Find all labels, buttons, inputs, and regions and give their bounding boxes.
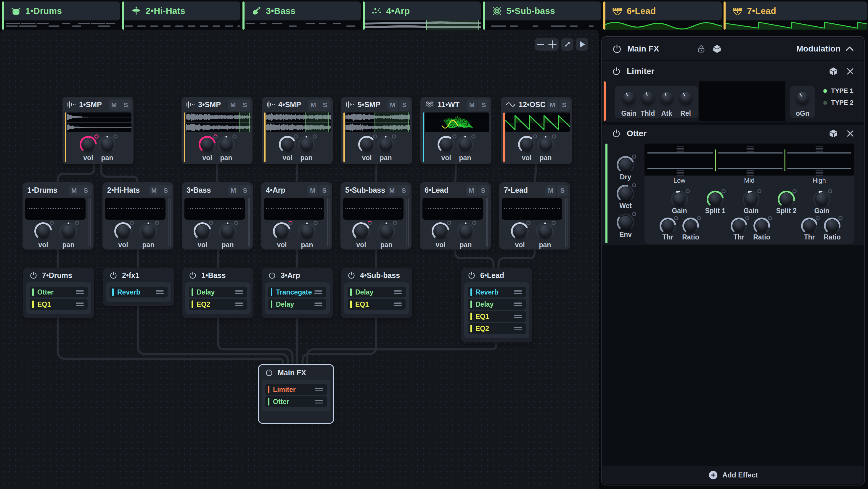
otter-thr-knob-1[interactable] (659, 217, 677, 235)
tab-header[interactable]: 6•Lead (606, 1, 722, 21)
otter-dry-knob[interactable] (616, 155, 635, 175)
drag-handle-icon[interactable] (394, 291, 402, 294)
effect-row-reverb[interactable]: Reverb (468, 287, 526, 298)
mute-button[interactable]: M (149, 185, 160, 196)
mute-button[interactable]: M (228, 185, 240, 196)
close-icon[interactable] (846, 67, 855, 76)
drag-handle-icon[interactable] (394, 303, 402, 306)
mute-button[interactable]: M (69, 185, 80, 196)
drag-handle-icon[interactable] (314, 291, 322, 294)
track-tab-5[interactable]: 5•Sub-bass (483, 1, 601, 30)
effect-row-delay[interactable]: Delay (347, 287, 406, 298)
channel-node-2-Hi-Hats[interactable]: 2•Hi-HatsMSvolpan (102, 182, 174, 249)
effect-row-delay[interactable]: Delay (189, 287, 247, 298)
solo-button[interactable]: S (399, 99, 410, 111)
mute-button[interactable]: M (387, 99, 399, 111)
otter-split2-knob[interactable] (777, 190, 796, 209)
pan-knob[interactable] (456, 221, 475, 241)
effect-row-reverb[interactable]: Reverb (110, 287, 167, 298)
effect-row-trancegate[interactable]: Trancegate (268, 287, 326, 298)
power-icon[interactable] (189, 271, 197, 279)
zoom-in-button[interactable] (547, 39, 557, 50)
source-node-1-SMP[interactable]: 1•SMPMSvolpan (62, 97, 133, 164)
tab-header[interactable]: 3•Bass (245, 1, 361, 21)
mute-button[interactable]: M (386, 185, 398, 196)
pan-knob[interactable] (218, 221, 238, 241)
pan-knob[interactable] (138, 221, 158, 241)
pan-knob[interactable] (535, 221, 555, 241)
solo-button[interactable]: S (477, 185, 489, 196)
otter-gain-knob[interactable] (670, 190, 689, 209)
channel-node-6-Lead[interactable]: 6•LeadMSvolpan (420, 182, 491, 249)
otter-gain-knob[interactable] (812, 190, 831, 209)
crossover-display[interactable] (645, 144, 854, 176)
vol-knob[interactable] (33, 221, 53, 241)
fx-node-2-fx1[interactable]: 2•fx1Reverb (103, 268, 174, 306)
channel-node-4-Arp[interactable]: 4•ArpMSvolpan (261, 182, 332, 249)
power-icon[interactable] (268, 271, 276, 279)
solo-button[interactable]: S (120, 99, 132, 111)
drag-handle-icon[interactable] (514, 303, 522, 306)
tab-header[interactable]: 1•Drums (4, 1, 121, 21)
node-graph-canvas[interactable]: 1•SMPMSvolpan 3•SMPMSvolpan 4•SMPMSvolpa… (0, 30, 598, 489)
vol-knob[interactable] (193, 221, 212, 241)
pan-knob[interactable] (456, 135, 474, 154)
solo-button[interactable]: S (240, 185, 251, 196)
add-effect-bar[interactable]: Add Effect (602, 466, 864, 484)
type-radio-1[interactable]: TYPE 1 (823, 87, 854, 95)
track-tab-7[interactable]: 7•Lead (723, 1, 867, 30)
otter-wet-knob[interactable] (616, 184, 635, 203)
pan-knob[interactable] (59, 221, 78, 241)
tab-header[interactable]: 5•Sub-bass (485, 1, 601, 21)
play-button[interactable] (576, 38, 588, 51)
zoom-out-button[interactable] (536, 40, 545, 49)
mute-button[interactable]: M (467, 99, 478, 111)
effect-row-eq1[interactable]: EQ1 (30, 299, 88, 310)
otter-ratio-knob-1[interactable] (681, 217, 700, 235)
source-node-3-SMP[interactable]: 3•SMPMSvolpan (182, 97, 252, 164)
vol-knob[interactable] (357, 135, 376, 154)
channel-node-7-Lead[interactable]: 7•LeadMSvolpan (499, 182, 570, 249)
drag-handle-icon[interactable] (314, 303, 322, 306)
drag-handle-icon[interactable] (235, 291, 243, 294)
effect-row-eq2[interactable]: EQ2 (468, 323, 526, 334)
tab-header[interactable]: 4•Arp (365, 1, 481, 21)
power-icon[interactable] (612, 44, 622, 54)
pan-knob[interactable] (98, 135, 117, 154)
pan-knob[interactable] (376, 135, 395, 154)
power-icon[interactable] (109, 271, 118, 279)
power-icon[interactable] (29, 271, 38, 279)
track-tab-6[interactable]: 6•Lead (603, 1, 722, 30)
drag-handle-icon[interactable] (514, 315, 522, 318)
solo-button[interactable]: S (557, 185, 568, 196)
mute-button[interactable]: M (547, 99, 559, 111)
pan-knob[interactable] (217, 135, 236, 154)
source-node-4-SMP[interactable]: 4•SMPMSvolpan (262, 97, 333, 164)
fx-node-3-Arp[interactable]: 3•ArpTrancegateDelay (262, 268, 333, 318)
pan-knob[interactable] (377, 221, 396, 241)
channel-node-5-Sub-bass[interactable]: 5•Sub-bassMSvolpan (340, 182, 411, 249)
power-icon[interactable] (612, 67, 621, 76)
drag-handle-icon[interactable] (76, 291, 84, 294)
power-icon[interactable] (612, 129, 621, 138)
effect-row-eq2[interactable]: EQ2 (189, 299, 247, 310)
lock-icon[interactable] (697, 44, 706, 53)
track-tab-2[interactable]: 2•Hi-Hats (122, 1, 241, 30)
solo-button[interactable]: S (239, 99, 251, 111)
drag-handle-icon[interactable] (514, 291, 522, 294)
vol-knob[interactable] (431, 221, 450, 241)
vol-knob[interactable] (113, 221, 133, 241)
mute-button[interactable]: M (545, 185, 557, 196)
drag-handle-icon[interactable] (514, 327, 522, 330)
cube-icon[interactable] (712, 44, 722, 54)
tab-header[interactable]: 7•Lead (725, 1, 867, 21)
effect-row-limiter[interactable]: Limiter (265, 384, 327, 395)
otter-gain-knob[interactable] (742, 190, 761, 209)
limiter-ogn-knob[interactable] (794, 89, 811, 106)
source-node-5-SMP[interactable]: 5•SMPMSvolpan (341, 97, 412, 164)
channel-node-3-Bass[interactable]: 3•BassMSvolpan (182, 182, 253, 249)
limiter-gain-knob[interactable] (620, 89, 638, 106)
close-icon[interactable] (846, 129, 855, 138)
pan-knob[interactable] (297, 135, 316, 154)
solo-button[interactable]: S (478, 99, 490, 111)
